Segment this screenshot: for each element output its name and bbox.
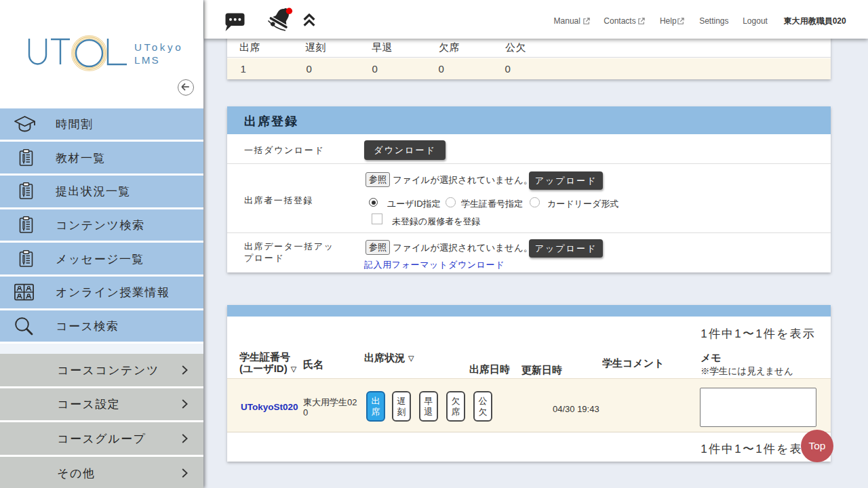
- svg-text:UTokyo: UTokyo: [134, 41, 183, 53]
- svg-text:LMS: LMS: [134, 54, 160, 66]
